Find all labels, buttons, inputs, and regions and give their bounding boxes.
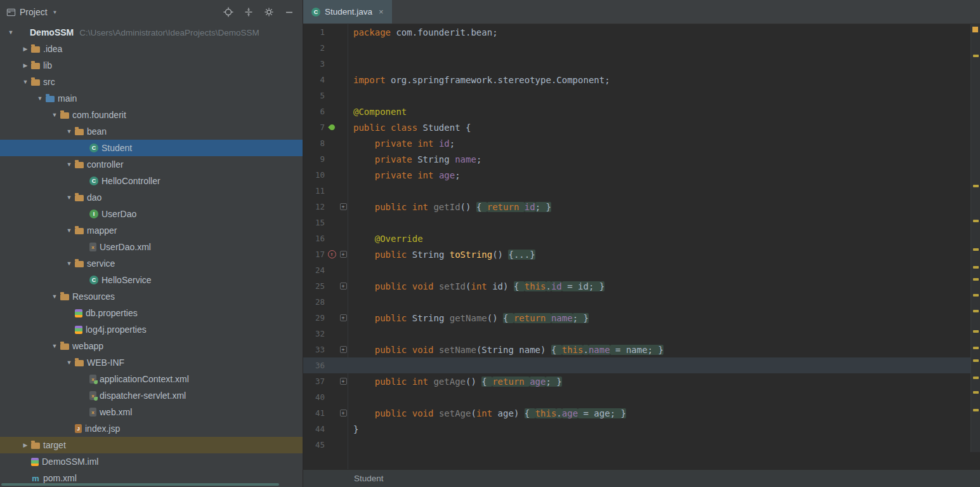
tree-item-bean[interactable]: ▼bean (0, 123, 303, 140)
code-line-41[interactable]: 41+ public void setAge(int age) { this.a… (303, 405, 980, 421)
stripe-mark[interactable] (973, 248, 979, 251)
tree-item-hellocontroller[interactable]: CHelloController (0, 173, 303, 189)
code-line-45[interactable]: 45 (303, 437, 980, 453)
code-text[interactable]: } (348, 424, 980, 434)
code-line-15[interactable]: 15 (303, 215, 980, 230)
fold-marker-icon[interactable]: + (340, 283, 347, 290)
chevron-right-icon[interactable]: ▶ (20, 62, 31, 69)
line-number[interactable]: 45 (303, 440, 325, 450)
code-text[interactable]: public class Student { (348, 123, 980, 133)
tree-item--idea[interactable]: ▶.idea (0, 41, 303, 57)
stripe-mark[interactable] (973, 359, 979, 362)
code-line-40[interactable]: 40 (303, 389, 980, 405)
tab-student-java[interactable]: C Student.java × (303, 0, 392, 23)
tree-item-service[interactable]: ▼service (0, 255, 303, 272)
fold-marker-icon[interactable]: + (340, 314, 347, 321)
tree-item-web-xml[interactable]: xweb.xml (0, 404, 303, 420)
line-number[interactable]: 44 (303, 424, 325, 434)
line-number[interactable]: 12 (303, 202, 325, 211)
code-line-9[interactable]: 9 private String name; (303, 151, 980, 167)
tree-item-src[interactable]: ▼src (0, 74, 303, 90)
line-number[interactable]: 24 (303, 265, 325, 275)
code-line-4[interactable]: 4import org.springframework.stereotype.C… (303, 72, 980, 88)
tree-item-web-inf[interactable]: ▼WEB-INF (0, 354, 303, 371)
chevron-right-icon[interactable]: ▶ (20, 46, 31, 52)
line-number[interactable]: 1 (303, 27, 325, 37)
horizontal-scrollbar[interactable] (1, 483, 279, 486)
code-line-32[interactable]: 32 (303, 326, 980, 342)
chevron-down-icon[interactable]: ▼ (20, 79, 31, 85)
tree-item-helloservice[interactable]: CHelloService (0, 272, 303, 288)
close-tab-icon[interactable]: × (379, 7, 384, 17)
code-line-6[interactable]: 6@Component (303, 103, 980, 119)
tree-item-db-properties[interactable]: db.properties (0, 305, 303, 321)
code-text[interactable]: package com.founderit.bean; (348, 27, 980, 37)
collapse-all-button[interactable] (242, 5, 256, 19)
stripe-mark[interactable] (973, 391, 979, 394)
tree-item-mapper[interactable]: ▼mapper (0, 222, 303, 239)
fold-marker-icon[interactable]: + (340, 251, 347, 258)
code-line-16[interactable]: 16 @Override (303, 230, 980, 246)
chevron-down-icon[interactable]: ▼ (49, 112, 60, 118)
tree-item-resources[interactable]: ▼Resources (0, 288, 303, 305)
tree-item-userdao[interactable]: IUserDao (0, 206, 303, 222)
code-line-25[interactable]: 25+ public void setId(int id) { this.id … (303, 278, 980, 294)
code-line-28[interactable]: 28 (303, 294, 980, 310)
chevron-down-icon[interactable]: ▼ (63, 227, 75, 234)
line-number[interactable]: 36 (303, 361, 325, 370)
code-text[interactable]: private String name; (348, 154, 980, 164)
stripe-mark[interactable] (973, 266, 979, 269)
inspection-indicator[interactable] (972, 27, 978, 32)
chevron-down-icon[interactable]: ▼ (49, 343, 60, 349)
stripe-mark[interactable] (973, 55, 979, 57)
line-number[interactable]: 2 (303, 43, 325, 53)
code-line-17[interactable]: 17↑+ public String toString() {...} (303, 246, 980, 262)
tree-item-controller[interactable]: ▼controller (0, 156, 303, 173)
code-line-10[interactable]: 10 private int age; (303, 167, 980, 183)
spring-bean-gutter-icon[interactable] (328, 123, 336, 131)
code-line-7[interactable]: 7public class Student { (303, 119, 980, 135)
code-text[interactable]: private int age; (348, 170, 980, 180)
tree-item-target[interactable]: ▶target (0, 437, 303, 453)
line-number[interactable]: 7 (303, 123, 325, 132)
chevron-down-icon[interactable]: ▼ (63, 161, 75, 168)
code-text[interactable]: public int getAge() { return age; } (348, 377, 980, 387)
code-text[interactable]: import org.springframework.stereotype.Co… (348, 75, 980, 85)
tree-item-com-founderit[interactable]: ▼com.founderit (0, 107, 303, 123)
fold-marker-icon[interactable]: + (340, 203, 347, 210)
chevron-down-icon[interactable]: ▼ (5, 29, 16, 36)
code-text[interactable]: public int getId() { return id; } (348, 202, 980, 212)
code-text[interactable]: @Component (348, 107, 980, 117)
code-line-33[interactable]: 33+ public void setName(String name) { t… (303, 342, 980, 357)
hide-panel-button[interactable] (282, 5, 296, 19)
fold-marker-icon[interactable]: + (340, 346, 347, 353)
fold-marker-icon[interactable]: + (340, 410, 347, 417)
chevron-down-icon[interactable]: ▼ (63, 359, 75, 366)
tree-item-student[interactable]: CStudent (0, 140, 303, 156)
code-line-37[interactable]: 37+ public int getAge() { return age; } (303, 373, 980, 389)
line-number[interactable]: 37 (303, 377, 325, 386)
tree-item-log4j-properties[interactable]: log4j.properties (0, 321, 303, 338)
code-line-44[interactable]: 44} (303, 421, 980, 437)
stripe-mark[interactable] (973, 347, 979, 349)
code-text[interactable]: public void setName(String name) { this.… (348, 345, 980, 355)
tree-item-applicationcontext-xml[interactable]: xapplicationContext.xml (0, 371, 303, 387)
line-number[interactable]: 16 (303, 234, 325, 243)
settings-button[interactable] (262, 5, 276, 19)
stripe-mark[interactable] (973, 185, 979, 187)
line-number[interactable]: 3 (303, 59, 325, 69)
code-text[interactable]: private int id; (348, 138, 980, 149)
line-number[interactable]: 40 (303, 392, 325, 402)
project-view-selector[interactable]: Project ▼ (6, 7, 58, 17)
code-text[interactable]: @Override (348, 234, 980, 244)
line-number[interactable]: 33 (303, 345, 325, 354)
stripe-mark[interactable] (973, 330, 979, 333)
stripe-mark[interactable] (973, 409, 979, 411)
line-number[interactable]: 5 (303, 91, 325, 100)
fold-marker-icon[interactable]: + (340, 378, 347, 385)
breadcrumb-item-student[interactable]: Student (354, 474, 384, 483)
chevron-down-icon[interactable]: ▼ (63, 194, 75, 201)
line-number[interactable]: 15 (303, 218, 325, 227)
tree-item-demossm-iml[interactable]: DemoSSM.iml (0, 453, 303, 470)
code-line-11[interactable]: 11 (303, 183, 980, 199)
